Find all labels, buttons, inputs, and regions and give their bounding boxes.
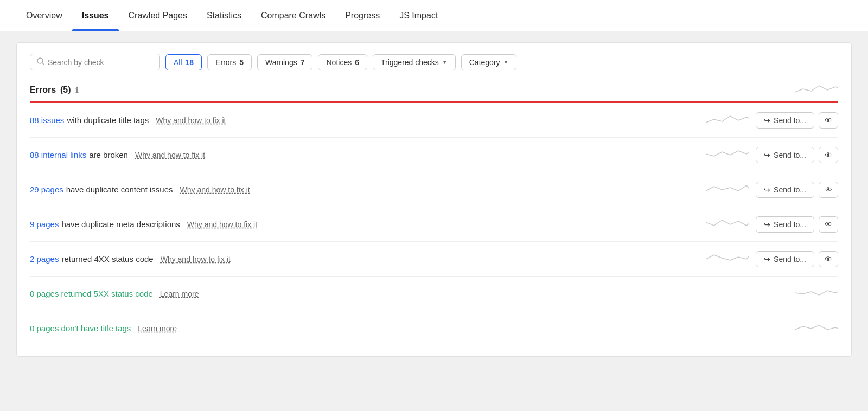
errors-title-text: Errors [30, 85, 56, 95]
issue-link[interactable]: 9 pages [30, 220, 59, 229]
issue-description: returned 4XX status code [61, 254, 153, 264]
send-to-button[interactable]: ↪ Send to... [756, 112, 814, 129]
issue-row: 88 issues with duplicate title tags Why … [30, 103, 838, 138]
issue-text: 29 pages have duplicate content issues W… [30, 185, 699, 194]
errors-section-header: Errors (5) ℹ [30, 81, 838, 98]
all-label: All [174, 58, 182, 67]
category-dropdown[interactable]: Category ▼ [461, 54, 517, 70]
nav-item-crawled-pages[interactable]: Crawled Pages [119, 0, 197, 31]
send-icon: ↪ [764, 220, 770, 229]
eye-icon: 👁 [825, 255, 832, 264]
send-to-button[interactable]: ↪ Send to... [756, 251, 814, 267]
search-input[interactable] [48, 58, 153, 67]
row-actions: ↪ Send to... 👁 [756, 182, 838, 198]
sparkline [706, 251, 749, 267]
errors-count: 5 [239, 58, 244, 67]
notices-label: Notices [326, 58, 352, 67]
all-count: 18 [186, 58, 194, 67]
eye-button[interactable]: 👁 [819, 251, 838, 267]
nav-item-compare-crawls[interactable]: Compare Crawls [251, 0, 335, 31]
issue-description: with duplicate title tags [67, 115, 149, 125]
issue-text: 88 issues with duplicate title tags Why … [30, 115, 699, 125]
send-label: Send to... [774, 151, 806, 159]
search-icon [37, 57, 44, 67]
why-link[interactable]: Why and how to fix it [156, 116, 226, 125]
issue-link[interactable]: 0 pages returned 5XX status code [30, 289, 153, 298]
send-label: Send to... [774, 185, 806, 194]
why-link[interactable]: Why and how to fix it [135, 151, 205, 159]
send-icon: ↪ [764, 151, 770, 159]
info-icon[interactable]: ℹ [75, 86, 78, 94]
search-box [30, 54, 160, 70]
eye-icon: 👁 [825, 220, 832, 229]
sparkline [706, 146, 749, 163]
row-actions: ↪ Send to... 👁 [756, 112, 838, 129]
sparkline [706, 216, 749, 233]
nav-item-issues[interactable]: Issues [72, 0, 119, 31]
issue-link[interactable]: 0 pages don't have title tags [30, 324, 131, 333]
send-icon: ↪ [764, 185, 770, 194]
nav-item-js-impact[interactable]: JS Impact [390, 0, 448, 31]
issue-text: 9 pages have duplicate meta descriptions… [30, 220, 699, 229]
errors-label: Errors [215, 58, 236, 67]
eye-button[interactable]: 👁 [819, 182, 838, 198]
send-icon: ↪ [764, 255, 770, 264]
filter-all-button[interactable]: All 18 [165, 54, 202, 70]
send-icon: ↪ [764, 116, 770, 125]
eye-button[interactable]: 👁 [819, 112, 838, 129]
category-label: Category [469, 58, 500, 67]
sparkline [706, 112, 749, 129]
why-link[interactable]: Why and how to fix it [180, 185, 250, 194]
row-actions: ↪ Send to... 👁 [756, 147, 838, 163]
filter-errors-button[interactable]: Errors 5 [207, 54, 252, 70]
issue-text: 0 pages returned 5XX status code Learn m… [30, 289, 788, 298]
sparkline [706, 181, 749, 198]
issue-row: 2 pages returned 4XX status code Why and… [30, 242, 838, 277]
main-content: All 18 Errors 5 Warnings 7 Notices 6 Tri… [0, 31, 868, 368]
sparkline-header [795, 81, 838, 98]
issue-link[interactable]: 2 pages [30, 254, 59, 264]
sparkline [795, 285, 838, 302]
issue-text: 88 internal links are broken Why and how… [30, 150, 699, 159]
row-actions: ↪ Send to... 👁 [756, 216, 838, 233]
issue-link[interactable]: 88 issues [30, 115, 64, 125]
send-label: Send to... [774, 220, 806, 229]
issues-panel: All 18 Errors 5 Warnings 7 Notices 6 Tri… [16, 42, 852, 357]
eye-icon: 👁 [825, 151, 832, 159]
issue-row: 0 pages don't have title tags Learn more [30, 311, 838, 345]
issue-link[interactable]: 29 pages [30, 185, 63, 194]
issue-description: are broken [89, 150, 128, 159]
send-to-button[interactable]: ↪ Send to... [756, 216, 814, 233]
nav-item-statistics[interactable]: Statistics [197, 0, 251, 31]
filter-notices-button[interactable]: Notices 6 [318, 54, 367, 70]
row-actions: ↪ Send to... 👁 [756, 251, 838, 267]
issue-row: 9 pages have duplicate meta descriptions… [30, 207, 838, 242]
errors-title: Errors (5) ℹ [30, 85, 78, 95]
triggered-checks-label: Triggered checks [381, 58, 439, 67]
warnings-count: 7 [301, 58, 305, 67]
why-link[interactable]: Why and how to fix it [161, 255, 231, 264]
nav-item-overview[interactable]: Overview [16, 0, 72, 31]
issue-description: have duplicate content issues [66, 185, 173, 194]
nav-item-progress[interactable]: Progress [335, 0, 390, 31]
issue-row: 88 internal links are broken Why and how… [30, 138, 838, 172]
chevron-down-icon: ▼ [503, 59, 509, 65]
eye-button[interactable]: 👁 [819, 216, 838, 233]
filter-warnings-button[interactable]: Warnings 7 [257, 54, 312, 70]
learn-more-link[interactable]: Learn more [160, 290, 199, 298]
issue-description: have duplicate meta descriptions [61, 220, 180, 229]
errors-count-text: (5) [60, 85, 71, 95]
eye-icon: 👁 [825, 116, 832, 125]
issue-link[interactable]: 88 internal links [30, 150, 86, 159]
issue-text: 2 pages returned 4XX status code Why and… [30, 254, 699, 264]
send-to-button[interactable]: ↪ Send to... [756, 147, 814, 163]
learn-more-link[interactable]: Learn more [138, 324, 177, 333]
warnings-label: Warnings [265, 58, 297, 67]
send-to-button[interactable]: ↪ Send to... [756, 182, 814, 198]
send-label: Send to... [774, 116, 806, 125]
why-link[interactable]: Why and how to fix it [187, 220, 257, 229]
svg-line-1 [42, 63, 44, 65]
issue-text: 0 pages don't have title tags Learn more [30, 324, 788, 333]
eye-button[interactable]: 👁 [819, 147, 838, 163]
triggered-checks-dropdown[interactable]: Triggered checks ▼ [373, 54, 456, 70]
